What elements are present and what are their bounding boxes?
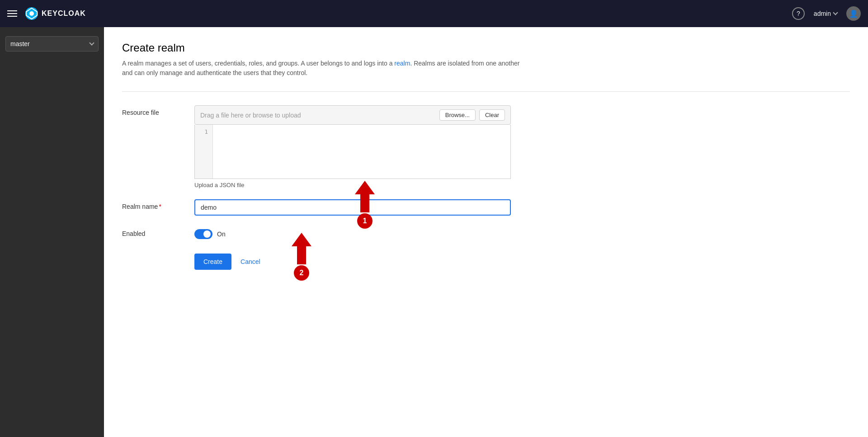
page-description: A realm manages a set of users, credenti… <box>122 59 529 78</box>
hamburger-menu[interactable] <box>7 10 17 17</box>
cancel-button[interactable]: Cancel <box>239 254 262 270</box>
realm-name-group: Realm name* <box>122 199 850 216</box>
toggle-wrap: On <box>194 226 511 239</box>
arrow2-body <box>297 246 306 264</box>
resource-file-placeholder: Drag a file here or browse to upload <box>200 112 436 119</box>
logo-text: KEYCLOAK <box>42 9 86 18</box>
arrow1-head <box>355 181 375 194</box>
upload-hint: Upload a JSON file <box>194 182 511 188</box>
navbar: KEYCLOAK ? admin 👤 <box>0 0 868 27</box>
resource-file-upload: Drag a file here or browse to upload Bro… <box>194 105 511 125</box>
toggle-state-label: On <box>217 230 226 238</box>
line-numbers: 1 <box>195 125 213 179</box>
form-actions: Create Cancel <box>194 254 511 270</box>
content-area: Create realm A realm manages a set of us… <box>104 27 868 437</box>
main-layout: master Create realm A realm manages a se… <box>0 27 868 437</box>
arrow1-body <box>360 194 369 212</box>
username-label: admin <box>814 10 831 17</box>
toggle-slider <box>194 229 212 239</box>
user-avatar-icon: 👤 <box>849 9 858 18</box>
navbar-right: ? admin 👤 <box>792 6 861 21</box>
annotation-arrow-1: 1 <box>355 181 375 229</box>
enabled-group: Enabled On <box>122 226 850 239</box>
realm-selector-chevron-icon <box>89 40 94 45</box>
browse-button[interactable]: Browse... <box>439 109 476 121</box>
resource-file-label: Resource file <box>122 105 194 116</box>
json-editor: 1 <box>194 125 511 179</box>
realm-selector[interactable]: master <box>5 36 99 52</box>
enabled-toggle[interactable] <box>194 229 212 239</box>
logo: KEYCLOAK <box>24 6 86 21</box>
arrow2-badge: 2 <box>294 265 309 281</box>
actions-label-spacer <box>122 250 194 254</box>
user-menu[interactable]: admin <box>814 10 837 17</box>
realm-name-label: Realm name* <box>122 199 194 210</box>
user-avatar[interactable]: 👤 <box>846 6 861 21</box>
enabled-wrap: On <box>194 226 511 239</box>
enabled-label: Enabled <box>122 226 194 237</box>
question-circle-icon: ? <box>797 10 800 17</box>
clear-button[interactable]: Clear <box>479 109 505 121</box>
chevron-down-icon <box>833 10 838 15</box>
form-actions-wrap: Create Cancel <box>194 250 511 270</box>
arrow1-badge: 1 <box>357 213 373 229</box>
realm-selector-value: master <box>10 40 30 47</box>
resource-file-wrap: Drag a file here or browse to upload Bro… <box>194 105 511 188</box>
resource-file-group: Resource file Drag a file here or browse… <box>122 105 850 188</box>
keycloak-logo-icon <box>24 6 39 21</box>
page-title: Create realm <box>122 42 850 54</box>
json-textarea[interactable] <box>213 125 510 179</box>
realm-link[interactable]: realm <box>394 60 410 67</box>
create-button[interactable]: Create <box>194 254 231 270</box>
section-divider <box>122 91 850 92</box>
realm-name-input[interactable] <box>194 199 511 216</box>
required-indicator: * <box>159 203 161 210</box>
sidebar: master <box>0 27 104 437</box>
svg-point-2 <box>29 11 34 16</box>
form-actions-group: Create Cancel <box>122 250 850 270</box>
realm-name-input-wrap <box>194 199 511 216</box>
arrow2-head <box>292 233 311 246</box>
annotation-arrow-2: 2 <box>292 233 311 281</box>
help-button[interactable]: ? <box>792 7 805 20</box>
